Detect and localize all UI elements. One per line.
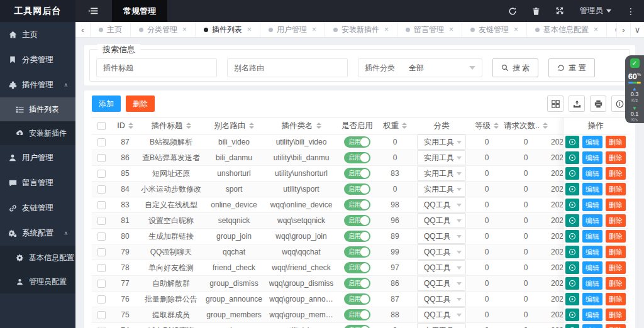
sidebar-item-admin-config[interactable]: 管理员配置: [0, 270, 75, 293]
row-checkbox[interactable]: [97, 248, 106, 256]
close-icon[interactable]: ×: [594, 25, 598, 34]
category-select[interactable]: QQ工具: [417, 260, 466, 275]
delete-row-button[interactable]: 删除: [606, 293, 626, 305]
reset-button[interactable]: 重 置: [548, 58, 594, 77]
close-icon[interactable]: ×: [449, 25, 453, 34]
delete-row-button[interactable]: 删除: [606, 214, 626, 227]
sidebar-item-categories[interactable]: 分类管理: [0, 47, 75, 72]
plugin-category-select[interactable]: 插件分类 全部: [358, 58, 482, 77]
tab-admin-config[interactable]: 管理员配置×: [607, 22, 616, 37]
sidebar-item-friendlinks[interactable]: 友链管理: [0, 195, 75, 221]
run-button[interactable]: [565, 261, 579, 274]
row-checkbox[interactable]: [97, 280, 106, 288]
row-checkbox[interactable]: [97, 264, 106, 272]
category-select[interactable]: QQ工具: [417, 307, 466, 322]
kebab-menu-icon[interactable]: ⋮: [626, 7, 635, 16]
close-icon[interactable]: ×: [182, 25, 187, 34]
edit-button[interactable]: 编辑: [582, 261, 602, 274]
tabs-scroll-left-button[interactable]: ‹: [75, 22, 91, 37]
enabled-toggle[interactable]: 启用: [344, 246, 370, 258]
edit-button[interactable]: 编辑: [582, 230, 602, 243]
header-requests[interactable]: 请求次数..: [503, 121, 548, 131]
category-select[interactable]: 实用工具: [417, 182, 466, 197]
user-menu[interactable]: 管理员: [580, 6, 612, 16]
edit-button[interactable]: 编辑: [582, 214, 602, 227]
tab-categories[interactable]: 分类管理×: [131, 22, 196, 37]
edit-button[interactable]: 编辑: [582, 293, 602, 305]
run-button[interactable]: [565, 230, 579, 243]
enabled-toggle[interactable]: 启用: [344, 262, 370, 273]
tab-plugin-list[interactable]: 插件列表×: [196, 22, 260, 37]
run-button[interactable]: [565, 136, 579, 148]
sidebar-item-system[interactable]: 系统配置 ∧: [0, 221, 75, 246]
close-icon[interactable]: ×: [312, 25, 316, 34]
sidebar-item-basic-config[interactable]: 基本信息配置: [0, 246, 75, 270]
sort-icon[interactable]: [494, 123, 499, 129]
sort-icon[interactable]: [128, 123, 133, 129]
tabs-scroll-right-button[interactable]: ›: [616, 22, 630, 37]
sidebar-toggle-button[interactable]: [75, 0, 112, 22]
select-all-checkbox[interactable]: [97, 122, 106, 130]
sort-icon[interactable]: [402, 123, 407, 129]
enabled-toggle[interactable]: 启用: [344, 168, 370, 179]
search-button[interactable]: 搜 索: [492, 58, 538, 77]
edit-button[interactable]: 编辑: [582, 199, 602, 211]
header-weight[interactable]: 权重: [377, 121, 413, 131]
header-title[interactable]: 插件标题: [140, 121, 203, 131]
header-id[interactable]: ID: [111, 121, 140, 130]
category-select[interactable]: QQ工具: [417, 229, 466, 244]
tab-friendlinks[interactable]: 友链管理×: [462, 22, 527, 37]
delete-row-button[interactable]: 删除: [606, 246, 626, 258]
sort-icon[interactable]: [543, 123, 548, 129]
delete-row-button[interactable]: 删除: [606, 324, 626, 328]
delete-row-button[interactable]: 删除: [606, 309, 626, 321]
tab-install-plugin[interactable]: 安装新插件×: [325, 22, 397, 37]
delete-row-button[interactable]: 删除: [606, 261, 626, 274]
sidebar-item-plugin-list[interactable]: 插件列表: [0, 97, 75, 121]
close-icon[interactable]: ×: [514, 25, 518, 34]
export-icon[interactable]: [569, 96, 585, 112]
row-checkbox[interactable]: [97, 295, 106, 303]
category-select[interactable]: QQ工具: [417, 213, 466, 228]
run-button[interactable]: [565, 199, 579, 211]
sidebar-item-users[interactable]: 用户管理: [0, 145, 75, 170]
row-checkbox[interactable]: [97, 217, 106, 225]
delete-row-button[interactable]: 删除: [606, 136, 626, 148]
edit-button[interactable]: 编辑: [582, 324, 602, 328]
network-monitor-widget[interactable]: ✓ 60% ▲ 0.3 K/s ▼ 0.1 K/s: [625, 55, 644, 123]
delete-row-button[interactable]: 删除: [606, 167, 626, 180]
tabs-menu-button[interactable]: ∨: [630, 22, 644, 37]
run-button[interactable]: [565, 324, 579, 328]
edit-button[interactable]: 编辑: [582, 183, 602, 195]
category-select[interactable]: 实用工具: [417, 166, 466, 181]
sidebar-item-home[interactable]: 主页: [0, 22, 75, 47]
enabled-toggle[interactable]: 启用: [344, 199, 370, 210]
tab-home[interactable]: 主页: [91, 22, 131, 37]
delete-row-button[interactable]: 删除: [606, 183, 626, 195]
edit-button[interactable]: 编辑: [582, 309, 602, 321]
edit-button[interactable]: 编辑: [582, 136, 602, 148]
category-select[interactable]: 实用工具: [417, 134, 466, 150]
fullscreen-icon[interactable]: [556, 7, 565, 16]
tab-users[interactable]: 用户管理×: [260, 22, 325, 37]
category-select[interactable]: QQ工具: [417, 276, 466, 291]
row-checkbox[interactable]: [97, 311, 106, 319]
tab-messages[interactable]: 留言管理×: [397, 22, 462, 37]
plugin-title-input[interactable]: [140, 59, 216, 77]
run-button[interactable]: [565, 309, 579, 321]
enabled-toggle[interactable]: 启用: [344, 215, 370, 226]
row-checkbox[interactable]: [97, 232, 106, 241]
delete-row-button[interactable]: 删除: [606, 277, 626, 290]
enabled-toggle[interactable]: 启用: [344, 231, 370, 242]
category-select[interactable]: 实用工具: [417, 150, 466, 165]
sort-icon[interactable]: [186, 123, 191, 129]
sidebar-item-plugins[interactable]: 插件管理 ∧: [0, 72, 75, 97]
delete-button[interactable]: 删除: [126, 96, 155, 112]
columns-grid-icon[interactable]: [547, 96, 564, 112]
enabled-toggle[interactable]: 启用: [344, 325, 370, 328]
delete-row-button[interactable]: 删除: [606, 230, 626, 243]
sort-icon[interactable]: [249, 123, 254, 129]
add-button[interactable]: 添加: [92, 96, 121, 112]
tab-basic-config[interactable]: 基本信息配置×: [527, 22, 607, 37]
run-button[interactable]: [565, 214, 579, 227]
